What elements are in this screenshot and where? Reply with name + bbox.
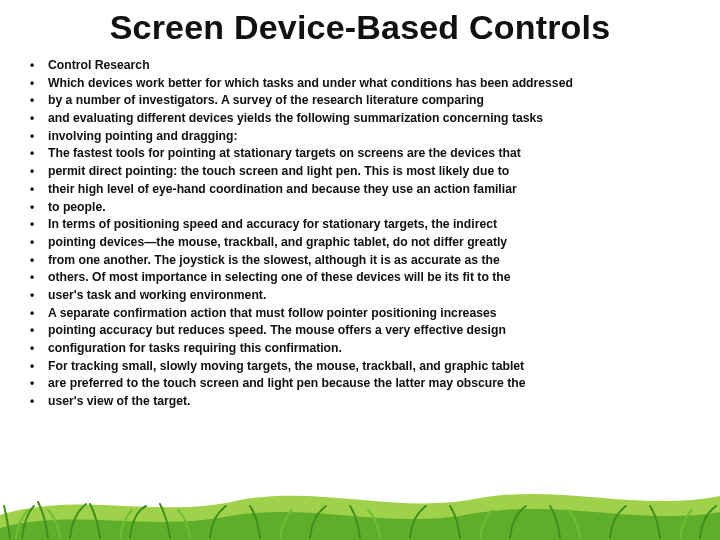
list-item: by a number of investigators. A survey o… <box>28 92 696 110</box>
bullet-list: Control Research Which devices work bett… <box>24 57 696 411</box>
list-item: are preferred to the touch screen and li… <box>28 375 696 393</box>
list-item: to people. <box>28 199 696 217</box>
list-item: A separate confirmation action that must… <box>28 305 696 323</box>
list-item: others. Of most importance in selecting … <box>28 269 696 287</box>
list-item: Control Research <box>28 57 696 75</box>
list-item: and evaluating different devices yields … <box>28 110 696 128</box>
list-item: user's view of the target. <box>28 393 696 411</box>
grass-footer-decoration <box>0 460 720 540</box>
list-item: pointing devices—the mouse, trackball, a… <box>28 234 696 252</box>
list-item: configuration for tasks requiring this c… <box>28 340 696 358</box>
list-item: pointing accuracy but reduces speed. The… <box>28 322 696 340</box>
list-item: their high level of eye-hand coordinatio… <box>28 181 696 199</box>
list-item: permit direct pointing: the touch screen… <box>28 163 696 181</box>
list-item: The fastest tools for pointing at statio… <box>28 145 696 163</box>
list-item: For tracking small, slowly moving target… <box>28 358 696 376</box>
list-item: In terms of positioning speed and accura… <box>28 216 696 234</box>
slide-title: Screen Device-Based Controls <box>24 8 696 47</box>
list-item: involving pointing and dragging: <box>28 128 696 146</box>
grass-icon <box>0 460 720 540</box>
slide: Screen Device-Based Controls Control Res… <box>0 0 720 540</box>
list-item: Which devices work better for which task… <box>28 75 696 93</box>
list-item: user's task and working environment. <box>28 287 696 305</box>
list-item: from one another. The joystick is the sl… <box>28 252 696 270</box>
